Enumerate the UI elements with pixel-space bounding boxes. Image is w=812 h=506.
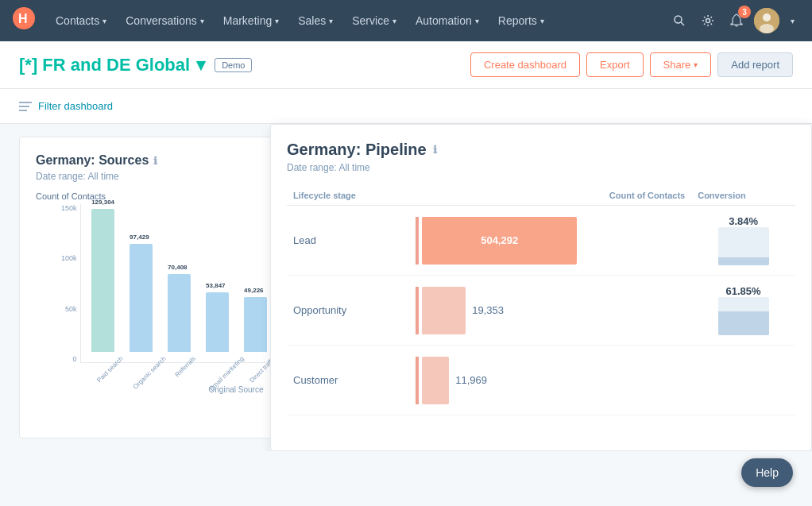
nav-conversations[interactable]: Conversations ▾ (118, 10, 212, 32)
chevron-down-icon: ▾ (200, 17, 204, 25)
notifications-button[interactable]: 3 (725, 9, 748, 33)
oppty-conversion-cell: 61.85% (691, 285, 795, 335)
pipeline-panel-title: Germany: Pipeline ℹ (287, 141, 795, 159)
add-report-button[interactable]: Add report (717, 52, 793, 77)
nav-reports[interactable]: Reports ▾ (490, 10, 552, 32)
pipeline-date-range: Date range: All time (287, 162, 795, 173)
oppty-count: 19,353 (466, 304, 504, 316)
svg-point-4 (706, 19, 710, 23)
lead-conversion-cell: 3.84% (691, 215, 795, 265)
hubspot-logo[interactable]: H (13, 7, 35, 34)
chevron-down-icon: ▾ (475, 17, 479, 25)
bar-email-marketing: 53,847 Email marketing (198, 292, 236, 362)
customer-bar-wrap: 11,969 (416, 353, 691, 408)
nav-sales[interactable]: Sales ▾ (290, 10, 341, 32)
customer-bar (422, 357, 449, 404)
pipeline-row-opportunity: Opportunity 19,353 61.85% (287, 276, 795, 346)
search-button[interactable] (668, 10, 690, 32)
lead-conversion-pct: 3.84% (729, 215, 758, 227)
lead-bar: 504,292 (422, 217, 577, 265)
create-dashboard-button[interactable]: Create dashboard (470, 52, 580, 77)
filter-icon (19, 101, 32, 112)
notification-badge: 3 (738, 6, 751, 18)
nav-contacts[interactable]: Contacts ▾ (48, 10, 114, 32)
avatar[interactable] (754, 8, 779, 33)
chevron-down-icon: ▾ (275, 17, 279, 25)
svg-point-7 (760, 24, 774, 33)
chevron-down-icon: ▾ (329, 17, 333, 25)
svg-point-2 (675, 16, 682, 23)
col-count: Count of Contacts (416, 186, 691, 206)
chevron-down-icon: ▾ (392, 17, 396, 25)
oppty-conversion-bar-outer (718, 297, 769, 335)
oppty-bar-accent (416, 287, 419, 334)
user-menu-chevron[interactable]: ▾ (786, 12, 799, 30)
oppty-bar (422, 287, 466, 334)
lead-conversion-bar-inner (718, 257, 769, 265)
dashboard-title-group: [*] FR and DE Global ▾ (19, 55, 205, 75)
share-button[interactable]: Share ▾ (650, 52, 712, 77)
filter-dashboard-label[interactable]: Filter dashboard (38, 100, 113, 112)
stage-opportunity: Opportunity (287, 298, 358, 323)
pipeline-info-icon[interactable]: ℹ (433, 144, 437, 156)
dropdown-chevron-icon[interactable]: ▾ (196, 55, 205, 75)
col-conversion: Conversion (691, 186, 795, 206)
chevron-down-icon: ▾ (540, 17, 544, 25)
stage-customer: Customer (287, 368, 358, 392)
stage-lead: Lead (287, 228, 358, 253)
filter-bar: Filter dashboard (0, 89, 812, 124)
bar-paid-search: 129,304 Paid search (84, 209, 122, 362)
main-content: Filter dashboard ity: Shared Actions ▾ G… (0, 89, 812, 451)
navbar: H Contacts ▾ Conversations ▾ Marketing ▾… (0, 0, 812, 41)
bar-referrals: 70,408 Referrals (160, 274, 199, 362)
nav-marketing[interactable]: Marketing ▾ (215, 10, 287, 32)
lead-bar-wrap: 504,292 (416, 213, 691, 268)
share-chevron-icon: ▾ (694, 60, 698, 69)
bar-direct-traffic: 49,226 Direct traffic (236, 297, 274, 362)
customer-bar-accent (416, 357, 419, 404)
y-axis-labels: 150k 100k 50k 0 (61, 204, 77, 363)
pipeline-row-lead: Lead 504,292 3.84% (287, 206, 795, 276)
pipeline-report-panel: Germany: Pipeline ℹ Date range: All time… (270, 124, 812, 451)
pipeline-row-customer: Customer 11,969 (287, 346, 795, 415)
svg-line-3 (681, 22, 684, 25)
oppty-conversion-pct: 61.85% (726, 285, 761, 297)
lead-bar-accent (416, 217, 419, 265)
dashboard-title-text: [*] FR and DE Global (19, 55, 190, 75)
subheader-actions: Create dashboard Export Share ▾ Add repo… (470, 52, 793, 77)
svg-point-6 (763, 14, 771, 21)
dashboard-grid: ity: Shared Actions ▾ Germany: Sources ℹ… (0, 124, 812, 451)
customer-conversion-cell (691, 346, 795, 415)
settings-button[interactable] (697, 10, 719, 32)
bar-organic-search: 97,429 Organic search (122, 244, 160, 362)
oppty-bar-wrap: 19,353 (416, 283, 691, 338)
col-lifecycle: Lifecycle stage (287, 186, 416, 206)
svg-text:H: H (18, 12, 28, 25)
sources-info-icon[interactable]: ℹ (153, 155, 157, 167)
lead-conversion-bar-outer (718, 227, 769, 265)
nav-service[interactable]: Service ▾ (344, 10, 404, 32)
customer-count: 11,969 (449, 374, 487, 386)
pipeline-table: Lifecycle stage Count of Contacts Conver… (287, 186, 795, 415)
nav-right-actions: 3 ▾ (668, 8, 799, 33)
subheader: [*] FR and DE Global ▾ Demo Create dashb… (0, 41, 812, 89)
export-button[interactable]: Export (586, 52, 644, 77)
oppty-conversion-bar-inner (718, 311, 769, 335)
nav-automation[interactable]: Automation ▾ (408, 10, 487, 32)
chevron-down-icon: ▾ (102, 17, 106, 25)
demo-badge: Demo (215, 58, 252, 72)
